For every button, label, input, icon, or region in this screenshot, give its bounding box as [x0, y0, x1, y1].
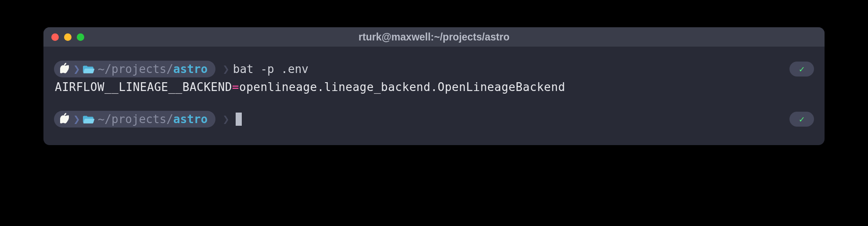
terminal-window: rturk@maxwell:~/projects/astro ❯ ~/proje…	[43, 27, 825, 145]
prompt-pill: ❯ ~/projects/astro	[54, 61, 215, 77]
command-output: AIRFLOW__LINEAGE__BACKEND=openlineage.li…	[54, 79, 814, 95]
prompt-left: ❯ ~/projects/astro ❯	[54, 111, 242, 128]
pill-divider: ❯	[73, 61, 80, 77]
apple-icon	[60, 63, 69, 75]
cursor[interactable]	[236, 113, 242, 126]
path-prefix: ~/projects/	[98, 111, 173, 127]
traffic-lights	[51, 33, 84, 41]
env-var-value: openlineage.lineage_backend.OpenLineageB…	[239, 80, 565, 94]
env-var-name: AIRFLOW__LINEAGE__BACKEND	[55, 80, 232, 94]
check-icon: ✓	[799, 63, 804, 75]
pill-divider: ❯	[73, 111, 80, 127]
window-title: rturk@maxwell:~/projects/astro	[359, 31, 509, 43]
close-window-button[interactable]	[51, 33, 59, 41]
apple-icon	[60, 113, 69, 125]
prompt-row-2: ❯ ~/projects/astro ❯ ✓	[54, 111, 814, 128]
folder-open-icon	[83, 65, 94, 73]
status-pill: ✓	[789, 62, 814, 77]
prompt-pill: ❯ ~/projects/astro	[54, 111, 215, 128]
equals-sign: =	[232, 80, 239, 94]
prompt-arrow: ❯	[222, 111, 230, 127]
path-prefix: ~/projects/	[98, 61, 173, 77]
check-icon: ✓	[799, 113, 804, 125]
prompt-left: ❯ ~/projects/astro ❯ bat -p .env	[54, 61, 308, 77]
terminal-body[interactable]: ❯ ~/projects/astro ❯ bat -p .env ✓ AIRFL…	[43, 47, 825, 145]
status-pill: ✓	[789, 112, 814, 127]
maximize-window-button[interactable]	[77, 33, 84, 41]
path-dir: astro	[173, 61, 208, 77]
command-text: bat -p .env	[233, 61, 308, 77]
folder-open-icon	[83, 115, 94, 124]
prompt-arrow: ❯	[222, 61, 230, 77]
window-titlebar[interactable]: rturk@maxwell:~/projects/astro	[43, 27, 825, 47]
path-dir: astro	[173, 111, 208, 127]
minimize-window-button[interactable]	[64, 33, 72, 41]
prompt-row-1: ❯ ~/projects/astro ❯ bat -p .env ✓	[54, 61, 814, 77]
